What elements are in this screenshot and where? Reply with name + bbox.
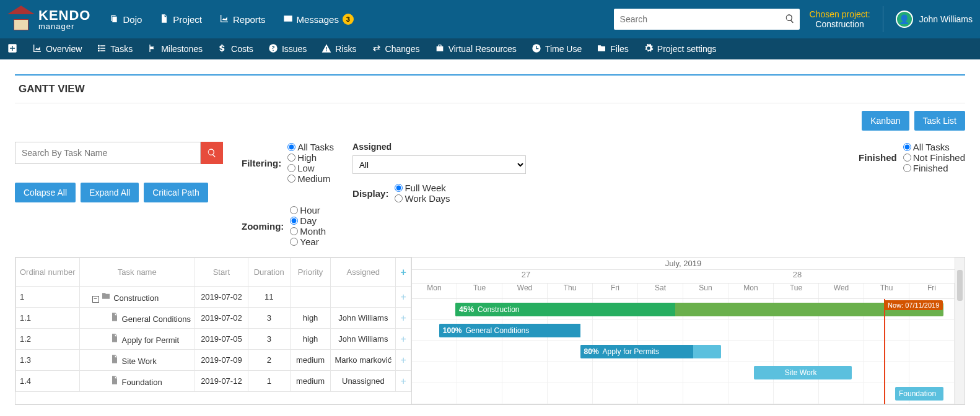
finished-option-all-tasks[interactable]: All Tasks	[903, 142, 965, 152]
dollar-icon	[217, 43, 227, 55]
subnav-overview[interactable]: Overview	[32, 43, 82, 55]
user-menu[interactable]: 👤 John Williams	[883, 6, 973, 32]
task-search-button[interactable]	[201, 142, 223, 164]
gantt-bar-general-conditions[interactable]: 100%General Conditions	[439, 324, 580, 337]
search-icon[interactable]	[785, 14, 795, 25]
finished-option-finished[interactable]: Finished	[903, 163, 965, 173]
column-duration[interactable]: Duration	[248, 258, 290, 287]
add-column-icon[interactable]: +	[400, 267, 406, 277]
gantt-bar-apply-for-permits[interactable]: 80%Apply for Permits	[580, 345, 722, 358]
task-search-input[interactable]	[15, 142, 201, 164]
table-row[interactable]: 1.3Site Work2019-07-092mediumMarko marko…	[16, 350, 411, 371]
gantt-row	[412, 383, 955, 404]
gantt-bar-site-work[interactable]: Site Work	[754, 366, 852, 379]
messages-badge: 3	[343, 14, 354, 25]
subnav-time-use[interactable]: Time Use	[532, 43, 582, 55]
topnav-project[interactable]: Project	[159, 14, 202, 25]
chosen-project: Chosen project: Construction	[810, 9, 870, 29]
day-header: Wed	[502, 284, 548, 298]
add-task-icon[interactable]: +	[400, 355, 406, 365]
add-task-icon[interactable]: +	[400, 334, 406, 344]
subnav-add[interactable]	[7, 43, 17, 55]
filtering-group: Filtering: All Tasks High Low Medium	[242, 142, 334, 184]
day-header: Tue	[457, 284, 502, 298]
exchange-icon	[372, 43, 382, 55]
zooming-option-month[interactable]: Month	[290, 226, 326, 236]
day-header: Thu	[548, 284, 593, 298]
column-start[interactable]: Start	[195, 258, 248, 287]
subnav-changes[interactable]: Changes	[372, 43, 420, 55]
gantt-bar-construction[interactable]: 45%Construction	[455, 303, 943, 316]
finished-option-not-finished[interactable]: Not Finished	[903, 152, 965, 163]
folder-icon	[101, 293, 111, 303]
gantt-timeline[interactable]: July, 2019 2728 MonTueWedThuFriSatSunMon…	[412, 258, 955, 404]
now-line	[884, 299, 885, 404]
add-task-icon[interactable]: +	[400, 376, 406, 386]
logo[interactable]: KENDO manager	[7, 6, 90, 33]
logo-text: KENDO manager	[38, 9, 90, 30]
subnav-virtual-resources[interactable]: Virtual Resources	[435, 43, 517, 55]
day-header: Mon	[728, 284, 774, 298]
filtering-option-all-tasks[interactable]: All Tasks	[287, 142, 334, 152]
display-option-work-days[interactable]: Work Days	[395, 193, 450, 204]
top-nav: DojoProjectReportsMessages3	[109, 14, 353, 25]
critical-path-button[interactable]: Critical Path	[144, 183, 208, 202]
topnav-dojo[interactable]: Dojo	[109, 14, 142, 25]
add-task-icon[interactable]: +	[400, 292, 406, 302]
top-bar: KENDO manager DojoProjectReportsMessages…	[0, 0, 980, 38]
subnav-project-settings[interactable]: Project settings	[644, 43, 717, 55]
filtering-option-high[interactable]: High	[287, 152, 334, 163]
tree-toggle[interactable]: −	[92, 296, 99, 303]
table-row[interactable]: 1.2Apply for Permit2019-07-053highJohn W…	[16, 329, 411, 350]
table-row[interactable]: 1.4Foundation2019-07-121mediumUnassigned…	[16, 371, 411, 392]
table-row[interactable]: 1.1General Conditions2019-07-023highJohn…	[16, 308, 411, 329]
tasks-icon	[97, 43, 107, 55]
expand-all-button[interactable]: Expand All	[81, 183, 139, 202]
zooming-option-day[interactable]: Day	[290, 215, 326, 226]
folder-icon	[597, 43, 606, 55]
display-option-full-week[interactable]: Full Week	[395, 183, 450, 193]
zooming-group: Zooming: Hour Day Month Year	[242, 205, 334, 247]
subnav-issues[interactable]: Issues	[268, 43, 307, 55]
sub-nav: OverviewTasksMilestonesCostsIssuesRisksC…	[0, 38, 980, 59]
zooming-option-hour[interactable]: Hour	[290, 205, 326, 215]
gantt-task-table: Ordinal numberTask nameStartDurationPrio…	[15, 258, 412, 404]
topnav-reports[interactable]: Reports	[219, 14, 266, 25]
chosen-project-label: Chosen project:	[810, 9, 870, 19]
column-priority[interactable]: Priority	[290, 258, 331, 287]
subnav-costs[interactable]: Costs	[217, 43, 253, 55]
chosen-project-value: Construction	[810, 19, 870, 29]
cog-icon	[644, 43, 654, 55]
day-header: Tue	[774, 284, 819, 298]
filtering-option-low[interactable]: Low	[287, 163, 334, 173]
filtering-option-medium[interactable]: Medium	[287, 173, 334, 184]
global-search[interactable]	[614, 9, 800, 30]
day-header: Fri	[909, 284, 955, 298]
column-task-name[interactable]: Task name	[79, 258, 195, 287]
plus-icon	[7, 43, 17, 55]
assigned-select[interactable]: All	[352, 155, 526, 174]
search-input[interactable]	[614, 11, 800, 28]
subnav-files[interactable]: Files	[597, 43, 629, 55]
topnav-messages[interactable]: Messages3	[283, 14, 354, 25]
day-header: Sun	[683, 284, 728, 298]
page-title: GANTT VIEW	[15, 76, 965, 103]
collapse-all-button[interactable]: Colapse All	[15, 183, 76, 202]
gantt-bar-foundation[interactable]: Foundation	[895, 387, 944, 401]
now-label: Now: 07/11/2019	[884, 300, 943, 310]
flag-icon	[147, 43, 157, 55]
avatar: 👤	[896, 11, 913, 28]
table-row[interactable]: 1− Construction2019-07-0211+	[16, 287, 411, 308]
subnav-milestones[interactable]: Milestones	[147, 43, 203, 55]
file-icon	[110, 357, 120, 366]
vertical-scrollbar[interactable]	[955, 258, 965, 404]
column-ordinal-number[interactable]: Ordinal number	[16, 258, 80, 287]
task-list-button[interactable]: Task List	[914, 111, 965, 131]
kanban-button[interactable]: Kanban	[862, 111, 909, 131]
column-assigned[interactable]: Assigned	[331, 258, 396, 287]
add-task-icon[interactable]: +	[400, 313, 406, 323]
subnav-tasks[interactable]: Tasks	[97, 43, 133, 55]
subnav-risks[interactable]: Risks	[322, 43, 356, 55]
zooming-option-year[interactable]: Year	[290, 236, 326, 247]
chart-icon	[219, 14, 229, 25]
